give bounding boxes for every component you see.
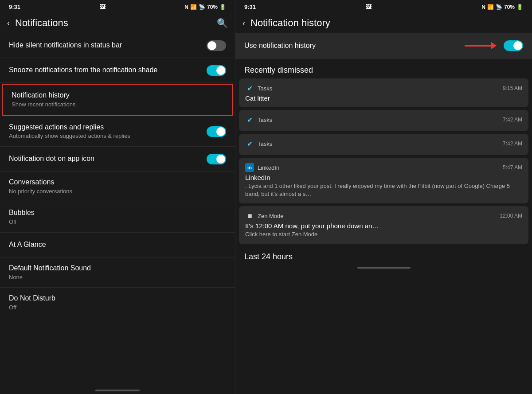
- settings-item-conversations[interactable]: Conversations No priority conversations: [0, 172, 235, 202]
- arrow-head: [491, 42, 497, 49]
- signal-icons: 📶: [190, 4, 197, 10]
- item-title-conversations: Conversations: [9, 178, 226, 187]
- settings-item-suggested[interactable]: Suggested actions and replies Automatica…: [0, 117, 235, 147]
- notif-app-zenmode: ⏹ Zen Mode: [245, 211, 284, 220]
- settings-item-default-sound[interactable]: Default Notification Sound None: [0, 257, 235, 288]
- notif-app-task3: ✔ Tasks: [245, 139, 272, 148]
- page-title-left: Notifications: [15, 17, 68, 29]
- item-text-suggested: Suggested actions and replies Automatica…: [9, 123, 207, 140]
- notif-title-task1: Cat litter: [245, 94, 522, 102]
- settings-item-hide-silent[interactable]: Hide silent notifications in status bar: [0, 33, 235, 58]
- status-icons-left: N 📶 📡 70% 🔋: [184, 4, 226, 10]
- notif-title-zenmode: It's 12:00 AM now, put your phone down a…: [245, 222, 522, 230]
- notif-time-zenmode: 12:00 AM: [500, 213, 522, 219]
- arrow-annotation: [465, 42, 497, 49]
- nfc-icon: N: [184, 4, 188, 10]
- item-title-snooze: Snooze notifications from the notificati…: [9, 66, 207, 75]
- settings-item-snooze[interactable]: Snooze notifications from the notificati…: [0, 58, 235, 83]
- use-history-label: Use notification history: [244, 42, 316, 50]
- item-title-hide-silent: Hide silent notifications in status bar: [9, 41, 207, 50]
- battery-percent-left: 70%: [207, 4, 218, 10]
- notif-time-linkedin: 5:47 AM: [503, 164, 522, 171]
- notif-body-zenmode: Click here to start Zen Mode: [245, 230, 522, 238]
- app-name-zenmode: Zen Mode: [258, 213, 284, 219]
- item-text-default-sound: Default Notification Sound None: [9, 264, 226, 281]
- item-title-notif-dot: Notification dot on app icon: [9, 154, 207, 164]
- item-subtitle-notif-history: Show recent notifications: [12, 101, 223, 109]
- notif-time-task2: 7:42 AM: [503, 117, 522, 123]
- toggle-notif-dot[interactable]: [207, 154, 226, 164]
- notif-time-task3: 7:42 AM: [503, 140, 522, 147]
- item-text-bubbles: Bubbles Off: [9, 208, 226, 226]
- item-subtitle-do-not-disturb: Off: [9, 304, 226, 312]
- right-panel: 9:31 🖼 N 📶 📡 70% 🔋 ‹ Notification histor…: [235, 0, 532, 394]
- top-bar-left-group: ‹ Notifications: [7, 17, 68, 29]
- settings-item-bubbles[interactable]: Bubbles Off: [0, 202, 235, 233]
- item-title-default-sound: Default Notification Sound: [9, 264, 226, 273]
- status-bar-left: 9:31 🖼 N 📶 📡 70% 🔋: [0, 0, 235, 13]
- recently-dismissed-header: Recently dismissed: [235, 59, 532, 78]
- item-subtitle-conversations: No priority conversations: [9, 188, 226, 195]
- item-subtitle-suggested: Automatically show suggested actions & r…: [9, 133, 207, 140]
- page-title-right: Notification history: [250, 17, 330, 29]
- item-text-at-a-glance: At A Glance: [9, 240, 226, 250]
- back-button-left[interactable]: ‹: [7, 19, 10, 28]
- search-button[interactable]: 🔍: [217, 18, 228, 28]
- toggle-hide-silent[interactable]: [207, 40, 226, 51]
- settings-item-notif-history[interactable]: Notification history Show recent notific…: [2, 84, 233, 116]
- settings-item-at-a-glance[interactable]: At A Glance: [0, 233, 235, 257]
- notif-app-linkedin: in LinkedIn: [245, 163, 279, 172]
- time-right: 9:31: [244, 4, 256, 10]
- tasks-icon-3: ✔: [245, 139, 254, 148]
- notif-card-task2[interactable]: ✔ Tasks 7:42 AM: [239, 110, 528, 131]
- notif-header-linkedin: in LinkedIn 5:47 AM: [245, 163, 522, 172]
- notif-card-task1[interactable]: ✔ Tasks 9:15 AM Cat litter: [239, 78, 528, 107]
- notif-header-zenmode: ⏹ Zen Mode 12:00 AM: [245, 211, 522, 220]
- app-name-task1: Tasks: [258, 85, 272, 92]
- item-text-notif-dot: Notification dot on app icon: [9, 154, 207, 164]
- notif-card-zenmode[interactable]: ⏹ Zen Mode 12:00 AM It's 12:00 AM now, p…: [239, 206, 528, 244]
- wifi-icon: 📡: [199, 4, 205, 10]
- item-title-at-a-glance: At A Glance: [9, 240, 226, 250]
- toggle-use-history[interactable]: [504, 40, 523, 51]
- arrow-line: [465, 45, 491, 47]
- linkedin-icon: in: [245, 163, 254, 172]
- use-history-row[interactable]: Use notification history: [235, 33, 532, 58]
- app-name-task2: Tasks: [258, 117, 272, 123]
- top-bar-right: ‹ Notification history: [235, 13, 532, 33]
- item-text-do-not-disturb: Do Not Disturb Off: [9, 294, 226, 312]
- item-subtitle-default-sound: None: [9, 274, 226, 281]
- item-title-notif-history: Notification history: [12, 91, 223, 100]
- signal-icons-right: 📶: [487, 4, 494, 10]
- item-title-do-not-disturb: Do Not Disturb: [9, 294, 226, 303]
- scroll-indicator-left: [95, 390, 140, 391]
- scroll-indicator-right: [357, 267, 411, 269]
- notif-header-task2: ✔ Tasks 7:42 AM: [245, 115, 522, 124]
- notif-time-task1: 9:15 AM: [503, 85, 522, 91]
- time-left: 9:31: [9, 4, 20, 10]
- notif-card-task3[interactable]: ✔ Tasks 7:42 AM: [239, 134, 528, 155]
- notif-header-task3: ✔ Tasks 7:42 AM: [245, 139, 522, 148]
- status-icons-right: N 📶 📡 70% 🔋: [481, 4, 523, 10]
- status-bar-right: 9:31 🖼 N 📶 📡 70% 🔋: [235, 0, 532, 13]
- battery-icon-right: 🔋: [516, 4, 523, 10]
- notif-card-linkedin[interactable]: in LinkedIn 5:47 AM LinkedIn . Lycia and…: [239, 158, 528, 203]
- back-button-right[interactable]: ‹: [243, 19, 245, 28]
- item-text-hide-silent: Hide silent notifications in status bar: [9, 41, 207, 50]
- zenmode-icon: ⏹: [245, 211, 254, 220]
- settings-item-do-not-disturb[interactable]: Do Not Disturb Off: [0, 288, 235, 318]
- notif-body-linkedin: . Lycia and 1 other liked your post: I r…: [245, 182, 522, 198]
- item-title-suggested: Suggested actions and replies: [9, 123, 207, 132]
- settings-item-notif-dot[interactable]: Notification dot on app icon: [0, 147, 235, 172]
- app-name-task3: Tasks: [258, 140, 272, 147]
- notif-header-task1: ✔ Tasks 9:15 AM: [245, 84, 522, 93]
- notif-app-task1: ✔ Tasks: [245, 84, 272, 93]
- tasks-icon-1: ✔: [245, 84, 254, 93]
- item-text-snooze: Snooze notifications from the notificati…: [9, 66, 207, 75]
- toggle-suggested[interactable]: [207, 126, 226, 137]
- item-text-conversations: Conversations No priority conversations: [9, 178, 226, 195]
- toggle-snooze[interactable]: [207, 65, 226, 76]
- settings-list: Hide silent notifications in status bar …: [0, 33, 235, 387]
- battery-icon-left: 🔋: [219, 4, 226, 10]
- battery-percent-right: 70%: [504, 4, 515, 10]
